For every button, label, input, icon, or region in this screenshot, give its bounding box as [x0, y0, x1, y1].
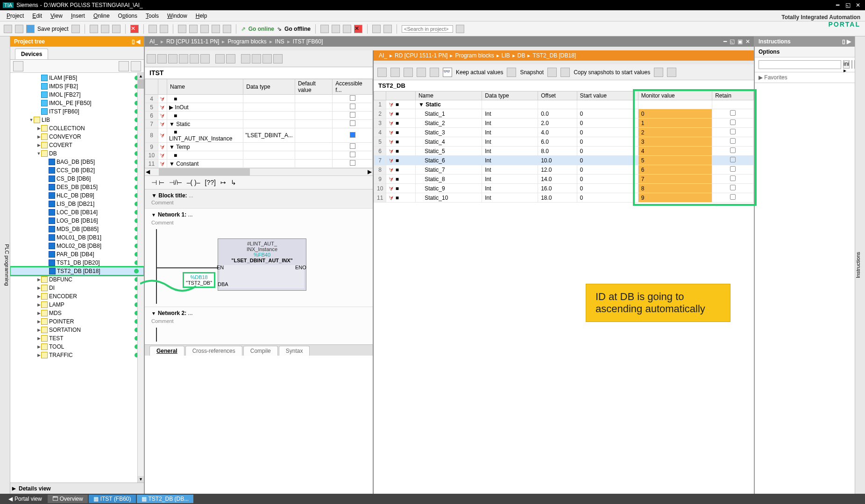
tst2db-tab[interactable]: ▦ TST2_DB (DB... [137, 495, 194, 503]
favorites-label[interactable]: Favorites [764, 74, 787, 81]
expand-icon[interactable]: ▼ [36, 151, 41, 156]
tree-item-lib[interactable]: ▼LIB [10, 116, 144, 124]
ct-icon[interactable] [252, 54, 261, 63]
minimize-button[interactable]: ━ [833, 2, 842, 8]
pt-collapse-icon[interactable]: ◀ [136, 38, 140, 45]
tree-item-pointer[interactable]: ▶POINTER [10, 317, 144, 326]
side-tab-plc-programming[interactable]: PLC programming [0, 36, 10, 494]
menu-view[interactable]: View [47, 12, 66, 20]
inspector-tab-cross-references[interactable]: Cross-references [185, 346, 242, 356]
nw2-expand-icon[interactable]: ▼ [151, 311, 156, 316]
crumb[interactable]: TST2_DB [DB18] [531, 52, 577, 59]
interface-table[interactable]: NameData typeDefault valueAccessible f..… [145, 79, 373, 168]
rp-view1-icon[interactable] [851, 60, 852, 69]
expand-icon[interactable]: ▶ [36, 134, 41, 139]
tree-item-tst1-db-db20-[interactable]: TST1_DB [DB20] [10, 259, 144, 267]
bt-expand-icon[interactable]: ▼ [151, 192, 157, 199]
monitor-glasses-icon[interactable]: 👓 [443, 68, 452, 77]
ct-icon[interactable] [226, 54, 235, 63]
search-go-icon[interactable] [456, 25, 464, 33]
crumb[interactable]: AI_ [148, 38, 160, 45]
expand-icon[interactable]: ▶ [36, 353, 41, 357]
editor-max-icon[interactable]: ▣ [737, 38, 744, 45]
go-offline-icon[interactable]: ⇘ [277, 26, 282, 32]
pt-tool-1[interactable] [13, 61, 23, 71]
tree-item-bag-db-db5-[interactable]: BAG_DB [DB5] [10, 158, 144, 166]
iface-col-header[interactable]: Name [167, 79, 243, 95]
compile-icon[interactable] [200, 25, 209, 33]
scroll-up-icon[interactable]: ▲ [138, 73, 144, 79]
menu-insert[interactable]: Insert [67, 12, 89, 20]
snapshot-button[interactable]: Snapshot [520, 69, 544, 76]
tree-item-test[interactable]: ▶TEST [10, 334, 144, 343]
ct-icon[interactable] [190, 54, 199, 63]
editor-restore-icon[interactable]: ◱ [729, 38, 736, 45]
fb-instance-block[interactable]: #LINT_AUT_ INX_Instance %FB40 "LSET_DBIN… [218, 238, 306, 291]
tree-item-encoder[interactable]: ▶ENCODER [10, 292, 144, 301]
upload-icon[interactable] [189, 25, 198, 33]
coil-icon[interactable]: –( )– [187, 179, 200, 186]
branch-icon[interactable]: ↦ [220, 179, 226, 186]
tree-item-tst2-db-db18-[interactable]: TST2_DB [DB18] [10, 267, 144, 275]
crumb[interactable]: RD [CPU 1511-1 PN] [393, 52, 449, 59]
menu-help[interactable]: Help [192, 12, 211, 20]
tree-item-des-db-db15-[interactable]: DES_DB [DB15] [10, 183, 144, 191]
iface-row[interactable]: 6⮛ ■ [145, 112, 373, 120]
inspector-tab-general[interactable]: General [149, 346, 184, 356]
split-h-icon[interactable] [372, 25, 381, 33]
mt-icon[interactable] [404, 68, 413, 77]
tree-item-lamp[interactable]: ▶LAMP [10, 301, 144, 309]
details-view-bar[interactable]: ▶ Details view [10, 483, 144, 494]
ct-icon[interactable] [200, 54, 210, 63]
new-icon[interactable] [4, 25, 12, 33]
close-button[interactable]: ✕ [854, 2, 862, 8]
tree-item-tool[interactable]: ▶TOOL [10, 343, 144, 351]
tree-item-conveyor[interactable]: ▶CONVEYOR [10, 133, 144, 141]
ct-icon[interactable] [262, 54, 272, 63]
instruction-search-input[interactable] [759, 60, 841, 69]
nw1-expand-icon[interactable]: ▼ [151, 212, 156, 217]
iface-col-header[interactable]: Accessible f... [333, 79, 373, 95]
mon-col-header[interactable]: Retain [712, 91, 754, 100]
download-icon[interactable] [178, 25, 186, 33]
contact-nc-icon[interactable]: ⊣/⊢ [169, 179, 182, 186]
menu-tools[interactable]: Tools [142, 12, 163, 20]
mt-icon[interactable] [430, 68, 439, 77]
ct-icon[interactable] [215, 54, 225, 63]
iface-row[interactable]: 5⮛▶ InOut [145, 103, 373, 112]
tree-item-mds-db-db85-[interactable]: MDS_DB [DB85] [10, 225, 144, 233]
mon-col-header[interactable]: Name [415, 91, 482, 100]
tree-item-dbfunc[interactable]: ▶DBFUNC [10, 275, 144, 284]
tree-item-db[interactable]: ▼DB [10, 149, 144, 158]
tree-item-mol02-db-db8-[interactable]: MOL02_DB [DB8] [10, 242, 144, 250]
iface-row[interactable]: 10⮛ ■ [145, 151, 373, 160]
expand-icon[interactable]: ▶ [36, 286, 41, 290]
monitor-row[interactable]: 3⮛ ■ Static_2Int2.001 [374, 119, 754, 128]
tree-item-par-db-db4-[interactable]: PAR_DB [DB4] [10, 250, 144, 259]
redo-icon[interactable] [160, 25, 168, 33]
expand-icon[interactable]: ▶ [36, 319, 41, 324]
iface-col-header[interactable]: Data type [243, 79, 295, 95]
mt-icon[interactable] [377, 68, 387, 77]
iface-row[interactable]: 11⮛▼ Constant [145, 160, 373, 168]
ct-icon[interactable] [168, 54, 177, 63]
mon-col-header[interactable]: Monitor value [638, 91, 712, 100]
tree-item-imol-fb27-[interactable]: IMOL [FB27] [10, 91, 144, 99]
overview-tab[interactable]: 🗔 Overview [48, 495, 88, 503]
pt-pin-icon[interactable]: ▯ [132, 38, 135, 45]
tree-scrollbar[interactable]: ▲ ▼ [137, 73, 144, 483]
split-v-icon[interactable] [383, 25, 392, 33]
crumb[interactable]: Program blocks [226, 38, 268, 45]
open-icon[interactable] [15, 25, 23, 33]
crumb[interactable]: Program blocks [454, 52, 495, 59]
tree-item-lis-db-db21-[interactable]: LIS_DB [DB21] [10, 200, 144, 208]
mon-col-header[interactable]: Data type [482, 91, 538, 100]
print-icon[interactable] [71, 25, 80, 33]
project-tree-tab-devices[interactable]: Devices [15, 49, 48, 59]
scroll-down-icon[interactable]: ▼ [138, 476, 144, 483]
monitor-row[interactable]: 8⮛ ■ Static_7Int12.006 [374, 165, 754, 175]
mt-icon[interactable] [390, 68, 400, 77]
tree-item-traffic[interactable]: ▶TRAFFIC [10, 351, 144, 359]
tree-item-collection[interactable]: ▶COLLECTION [10, 124, 144, 133]
tree-item-di[interactable]: ▶DI [10, 284, 144, 292]
